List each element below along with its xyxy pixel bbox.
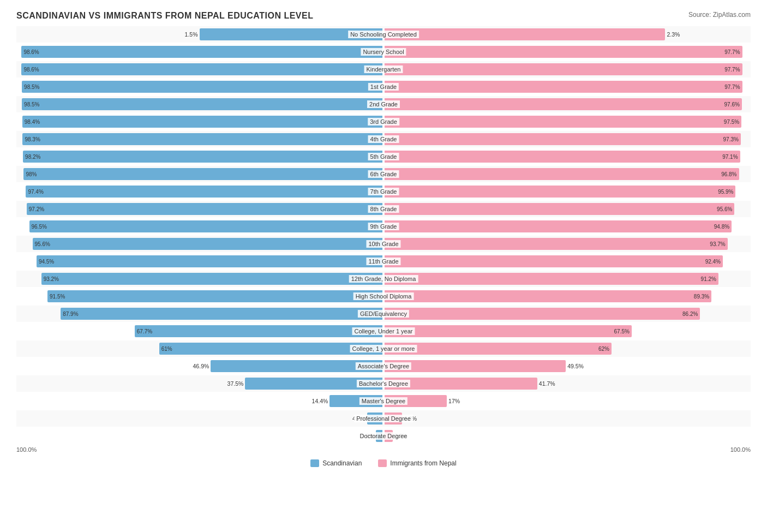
right-bar-container: 95.9%	[384, 185, 751, 198]
left-bar: 95.6%	[33, 238, 382, 250]
right-bar: 97.7%	[385, 81, 742, 93]
right-bar-container: 97.6%	[384, 98, 751, 111]
right-value-label: 96.8%	[721, 171, 736, 177]
left-value-label: 98.5%	[24, 101, 39, 107]
right-bar: 97.7%	[385, 63, 742, 75]
table-row: 14.4%Master's Degree17%	[16, 393, 751, 409]
left-value-label: 98.4%	[25, 119, 40, 125]
left-value-label: 98.5%	[24, 84, 39, 90]
row-label: Kindergarten	[364, 65, 403, 73]
left-bar-container: 94.5%	[16, 255, 384, 268]
left-value-label: 91.5%	[50, 294, 65, 300]
row-label: 7th Grade	[368, 188, 399, 195]
row-label: No Schooling Completed	[348, 31, 419, 38]
right-bar: 94.8%	[385, 220, 732, 232]
right-bar: 95.6%	[385, 203, 734, 215]
left-bar-container: 91.5%	[16, 290, 384, 303]
left-bar: 98.5%	[22, 81, 382, 93]
table-row: 97.4%7th Grade95.9%	[16, 183, 751, 200]
axis-right: 100.0%	[384, 446, 751, 453]
row-label: Bachelor's Degree	[357, 380, 410, 387]
left-bar: 94.5%	[37, 255, 382, 267]
right-value-label: 91.2%	[701, 276, 716, 282]
left-value-label: 94.5%	[39, 259, 54, 265]
left-bar: 91.5%	[47, 290, 382, 302]
table-row: 97.2%8th Grade95.6%	[16, 201, 751, 217]
source-label: Source: ZipAtlas.com	[688, 11, 751, 19]
right-bar: 97.7%	[385, 46, 742, 58]
row-label: 12th Grade, No Diploma	[349, 275, 418, 283]
left-bar: 87.9%	[61, 308, 382, 320]
left-value-label: 87.9%	[63, 311, 78, 317]
right-bar-container: 92.4%	[384, 255, 751, 268]
legend-label-nepal: Immigrants from Nepal	[390, 459, 456, 467]
row-label: 8th Grade	[368, 205, 399, 213]
left-bar-container: 46.9%	[16, 360, 384, 373]
table-row: 98%6th Grade96.8%	[16, 166, 751, 182]
row-label: 4th Grade	[368, 135, 399, 143]
left-bar: 98.6%	[21, 63, 382, 75]
table-row: 94.5%11th Grade92.4%	[16, 253, 751, 270]
table-row: 96.5%9th Grade94.8%	[16, 218, 751, 235]
right-value-label: 97.7%	[724, 49, 740, 55]
right-bar-container: 93.7%	[384, 237, 751, 250]
right-bar: 89.3%	[385, 290, 711, 302]
right-bar: 86.2%	[385, 308, 700, 320]
row-label: Master's Degree	[359, 397, 408, 405]
legend: Scandinavian Immigrants from Nepal	[16, 459, 751, 467]
left-bar-container: 98.5%	[16, 80, 384, 93]
right-bar-container: 62%	[384, 342, 751, 355]
row-label: 6th Grade	[368, 170, 399, 178]
left-value-label: 98.6%	[23, 67, 39, 73]
right-bar-container: 91.2%	[384, 272, 751, 285]
table-row: 37.5%Bachelor's Degree41.7%	[16, 375, 751, 392]
left-bar-container: 1.5%	[16, 28, 384, 41]
legend-label-scandinavian: Scandinavian	[322, 459, 362, 467]
right-bar-container: 86.2%	[384, 307, 751, 320]
row-label: GED/Equivalency	[358, 310, 409, 318]
table-row: 91.5%High School Diploma89.3%	[16, 288, 751, 304]
right-value-label: 62%	[598, 346, 609, 352]
left-bar-container: 98.6%	[16, 63, 384, 76]
axis-row: 100.0% 100.0%	[16, 446, 751, 453]
right-bar: 67.5%	[385, 325, 632, 337]
right-bar-container: 89.3%	[384, 290, 751, 303]
left-bar: 93.2%	[41, 273, 382, 285]
table-row: 98.6%Kindergarten97.7%	[16, 61, 751, 77]
table-row: 1.8%Doctorate Degree2.2%	[16, 428, 751, 444]
left-value-label: 98.3%	[25, 136, 40, 142]
left-bar: 67.7%	[135, 325, 382, 337]
row-label: Nursery School	[361, 48, 406, 56]
right-value-label: 67.5%	[614, 328, 630, 334]
legend-item-scandinavian: Scandinavian	[310, 459, 362, 467]
table-row: 98.2%5th Grade97.1%	[16, 148, 751, 165]
left-bar-container: 14.4%	[16, 394, 384, 408]
left-bar-container: 98.4%	[16, 115, 384, 128]
right-value-label: 97.3%	[723, 136, 739, 142]
table-row: 95.6%10th Grade93.7%	[16, 236, 751, 252]
right-bar: 97.3%	[385, 133, 741, 145]
chart-rows-wrapper: 1.5%No Schooling Completed2.3%98.6%Nurse…	[16, 26, 751, 444]
left-value-label: 1.5%	[185, 31, 198, 38]
left-bar: 98.5%	[22, 98, 382, 110]
table-row: 98.6%Nursery School97.7%	[16, 44, 751, 60]
left-bar-container: 93.2%	[16, 272, 384, 285]
row-label: 2nd Grade	[367, 100, 400, 108]
scandinavian-swatch	[310, 459, 319, 467]
row-label: Doctorate Degree	[358, 432, 410, 440]
left-bar: 97.2%	[27, 203, 382, 215]
row-label: College, 1 year or more	[350, 345, 417, 352]
row-label: High School Diploma	[353, 292, 414, 300]
right-bar: 95.9%	[385, 186, 735, 198]
left-value-label: 93.2%	[44, 276, 59, 282]
right-value-label: 97.7%	[724, 67, 740, 73]
right-bar-container: 96.8%	[384, 168, 751, 181]
right-value-label: 17%	[448, 398, 460, 404]
right-bar-container: 49.5%	[384, 360, 751, 373]
left-bar-container: 98.5%	[16, 98, 384, 111]
left-value-label: 98.2%	[25, 154, 40, 160]
left-value-label: 96.5%	[32, 224, 47, 230]
legend-item-nepal: Immigrants from Nepal	[378, 459, 456, 467]
right-bar-container: 97.7%	[384, 80, 751, 93]
right-bar-container: 4.8%	[384, 412, 751, 425]
